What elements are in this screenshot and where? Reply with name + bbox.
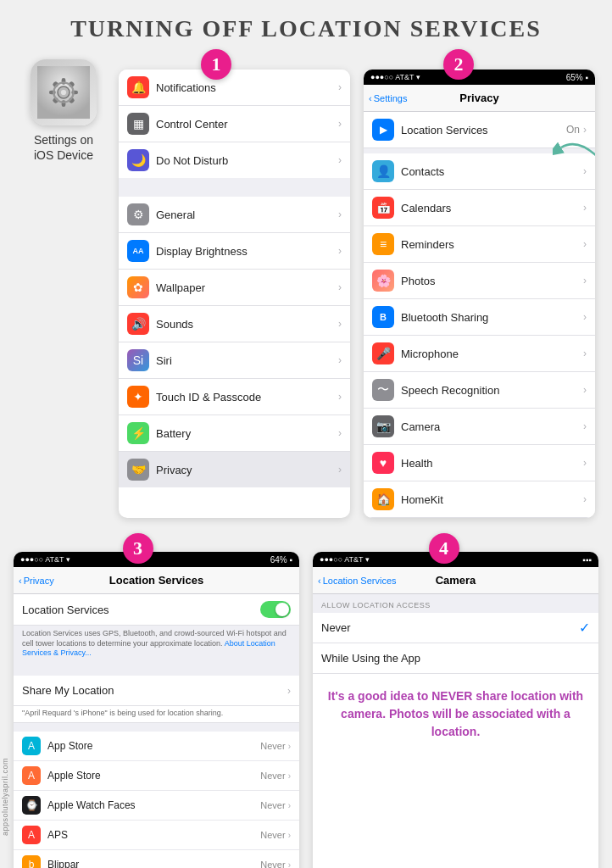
privacy-row-health[interactable]: ♥ Health › [364,445,595,481]
carrier-4: ●●●○○ AT&T ▾ [320,555,370,564]
privacy-row-speech[interactable]: 〜 Speech Recognition › [364,372,595,409]
battery-4: ▪▪▪ [582,555,592,565]
screen-4-camera: ●●●○○ AT&T ▾ ▪▪▪ ‹ Location Services Cam… [313,552,598,868]
settings-row-battery[interactable]: ⚡ Battery › [119,415,350,452]
ls-toggle-row: Location Services [14,594,299,626]
appstore-icon: A [22,737,41,755]
watchfaces-value: Never [260,800,285,810]
settings-row-notifications[interactable]: 🔔 Notifications › [119,70,350,106]
touchid-label: Touch ID & Passcode [156,391,338,403]
nav-title-ls: Location Services [109,574,203,587]
display-label: Display Brightness [156,245,338,258]
app-row-watchfaces[interactable]: ⌚ Apple Watch Faces Never › [14,791,299,821]
location-services-icon: ▶ [372,119,394,141]
applestore-icon: A [22,766,41,785]
location-services-toggle[interactable] [260,601,291,618]
settings-row-do-not-disturb[interactable]: 🌙 Do Not Disturb › [119,142,350,178]
health-icon: ♥ [372,452,394,474]
sounds-icon: 🔊 [127,313,149,335]
photos-icon: 🌸 [372,270,394,292]
settings-row-sounds[interactable]: 🔊 Sounds › [119,306,350,342]
location-services-label: Location Services [401,124,566,136]
chevron-icon: › [338,281,342,293]
camera-note: It's a good idea to NEVER share location… [313,674,598,754]
back-button-2[interactable]: ‹ Settings [369,93,407,103]
allow-label: ALLOW LOCATION ACCESS [313,594,598,613]
privacy-row-reminders[interactable]: ≡ Reminders › [364,226,595,263]
screen-1-settings: 🔔 Notifications › ▦ Control Center › 🌙 D… [119,70,350,518]
control-center-icon: ▦ [127,113,149,135]
back-button-4[interactable]: ‹ Location Services [318,576,397,586]
settings-row-display[interactable]: AA Display Brightness › [119,233,350,270]
chevron-icon: › [338,81,342,93]
privacy-row-camera[interactable]: 📷 Camera › [364,409,595,445]
display-icon: AA [127,240,149,262]
settings-row-touchid[interactable]: ✦ Touch ID & Passcode › [119,379,350,415]
chevron-icon: › [338,354,342,366]
settings-section-2: ⚙ General › AA Display Brightness › ✿ Wa… [119,197,350,487]
nav-bar-4: ‹ Location Services Camera [313,567,598,594]
siri-label: Siri [156,354,338,367]
app-row-applestore[interactable]: A Apple Store Never › [14,761,299,791]
notifications-icon: 🔔 [127,76,149,98]
homekit-icon: 🏠 [372,488,394,510]
settings-row-wallpaper[interactable]: ✿ Wallpaper › [119,270,350,306]
share-location-row[interactable]: Share My Location › [14,676,299,706]
settings-row-siri[interactable]: Si Siri › [119,342,350,379]
privacy-row-photos[interactable]: 🌸 Photos › [364,263,595,299]
step-3-badge: 3 [123,533,153,564]
battery-3: 64% ▪ [270,555,292,565]
app-row-blippar[interactable]: b Blippar Never › [14,850,299,868]
privacy-icon: 🤝 [127,459,149,481]
app-row-appstore[interactable]: A App Store Never › [14,732,299,761]
reminders-label: Reminders [401,238,583,251]
settings-section-1: 🔔 Notifications › ▦ Control Center › 🌙 D… [119,70,350,178]
reminders-icon: ≡ [372,233,394,255]
appstore-label: App Store [47,740,260,752]
privacy-row-homekit[interactable]: 🏠 HomeKit › [364,481,595,518]
aps-label: APS [47,829,260,841]
general-label: General [156,209,338,221]
privacy-row-microphone[interactable]: 🎤 Microphone › [364,336,595,372]
camera-icon: 📷 [372,415,394,437]
blippar-label: Blippar [47,859,260,868]
microphone-icon: 🎤 [372,342,394,364]
general-icon: ⚙ [127,203,149,225]
app-row-aps[interactable]: A APS Never › [14,821,299,850]
ls-toggle-label: Location Services [22,604,260,616]
speech-icon: 〜 [372,379,394,401]
camera-option-never[interactable]: Never ✓ [313,613,598,643]
share-location-desc: "April Requard 's iPhone" is being used … [14,706,299,723]
carrier-2: ●●●○○ AT&T ▾ [370,73,420,81]
wallpaper-label: Wallpaper [156,281,338,294]
step-4-badge: 4 [429,533,459,564]
sounds-label: Sounds [156,318,338,331]
settings-row-general[interactable]: ⚙ General › [119,197,350,233]
svg-point-13 [61,90,66,95]
microphone-label: Microphone [401,348,583,360]
privacy-row-bluetooth[interactable]: B Bluetooth Sharing › [364,299,595,336]
touchid-icon: ✦ [127,386,149,408]
step-1-badge: 1 [201,49,231,80]
nav-bar-3: ‹ Privacy Location Services [14,567,299,594]
checkmark-icon: ✓ [579,620,590,636]
applestore-label: Apple Store [47,770,260,782]
do-not-disturb-label: Do Not Disturb [156,154,338,167]
privacy-label: Privacy [156,464,338,476]
notifications-label: Notifications [156,81,338,94]
settings-app-icon [31,59,97,125]
privacy-row-calendars[interactable]: 📅 Calendars › [364,190,595,226]
ls-description: Location Services uses GPS, Bluetooth, a… [14,626,299,664]
bluetooth-label: Bluetooth Sharing [401,311,583,324]
battery-label: Battery [156,427,338,440]
settings-row-privacy[interactable]: 🤝 Privacy › [119,452,350,487]
appstore-value: Never [260,741,285,751]
back-button-3[interactable]: ‹ Privacy [19,576,54,586]
camera-option-while-using[interactable]: While Using the App [313,643,598,674]
share-location-label: Share My Location [22,684,287,697]
wallpaper-icon: ✿ [127,276,149,298]
aps-icon: A [22,826,41,844]
aps-value: Never [260,830,285,840]
chevron-icon: › [338,427,342,439]
settings-row-control-center[interactable]: ▦ Control Center › [119,106,350,142]
